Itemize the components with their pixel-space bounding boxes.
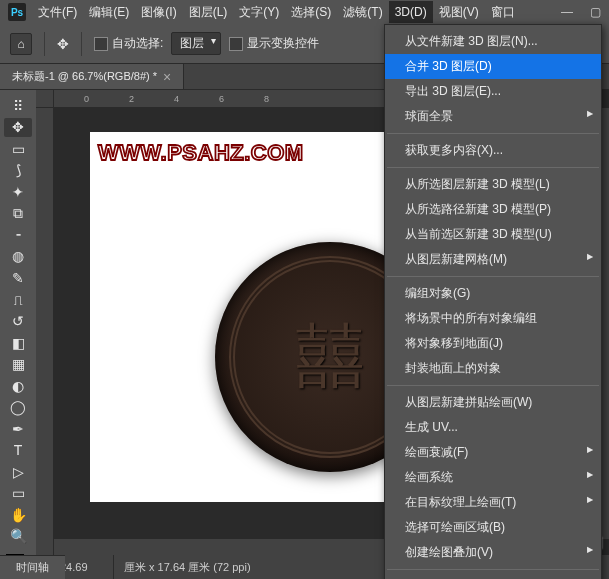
menu-item[interactable]: 从图层新建网格(M) xyxy=(385,247,601,272)
minimize-icon[interactable]: — xyxy=(553,0,581,24)
menu-layer[interactable]: 图层(L) xyxy=(183,0,234,25)
menu-3d[interactable]: 3D(D) xyxy=(389,1,433,23)
window-controls: — ▢ xyxy=(553,0,609,24)
show-transform-label: 显示变换控件 xyxy=(247,35,319,52)
menu-edit[interactable]: 编辑(E) xyxy=(83,0,135,25)
checkbox-icon[interactable] xyxy=(94,37,108,51)
canvas-watermark-text: WWW.PSAHZ.COM xyxy=(98,140,304,166)
divider xyxy=(81,32,82,56)
timeline-panel-tab[interactable]: 时间轴 xyxy=(0,555,65,579)
menu-separator xyxy=(387,569,599,570)
menu-item[interactable]: 导出 3D 图层(E)... xyxy=(385,79,601,104)
auto-select-label: 自动选择: xyxy=(112,35,163,52)
menu-item[interactable]: 选择可绘画区域(B) xyxy=(385,515,601,540)
zoom-tool[interactable]: 🔍 xyxy=(4,527,32,547)
grip-icon[interactable]: ⠿ xyxy=(4,96,32,116)
menu-item[interactable]: 球面全景 xyxy=(385,104,601,129)
menu-separator xyxy=(387,385,599,386)
document-canvas[interactable]: WWW.PSAHZ.COM xyxy=(90,132,385,502)
close-icon[interactable]: × xyxy=(163,69,171,85)
show-transform-checkbox[interactable]: 显示变换控件 xyxy=(229,35,319,52)
ruler-mark: 8 xyxy=(264,94,269,104)
menu-item[interactable]: 将场景中的所有对象编组 xyxy=(385,306,601,331)
blur-tool[interactable]: ◐ xyxy=(4,376,32,396)
move-tool-icon: ✥ xyxy=(57,36,69,52)
menu-item[interactable]: 从所选路径新建 3D 模型(P) xyxy=(385,197,601,222)
menu-item[interactable]: 从图层新建拼贴绘画(W) xyxy=(385,390,601,415)
home-icon[interactable]: ⌂ xyxy=(10,33,32,55)
pen-tool[interactable]: ✒ xyxy=(4,419,32,439)
menu-item[interactable]: 获取更多内容(X)... xyxy=(385,138,601,163)
shape-tool[interactable]: ▭ xyxy=(4,484,32,504)
brush-tool[interactable]: ✎ xyxy=(4,268,32,288)
document-tab[interactable]: 未标题-1 @ 66.7%(RGB/8#) * × xyxy=(0,64,184,89)
menu-item[interactable]: 编组对象(G) xyxy=(385,281,601,306)
menu-separator xyxy=(387,276,599,277)
menu-separator xyxy=(387,167,599,168)
menu-type[interactable]: 文字(Y) xyxy=(233,0,285,25)
stamp-tool[interactable]: ⎍ xyxy=(4,290,32,310)
menu-view[interactable]: 视图(V) xyxy=(433,0,485,25)
text-tool[interactable]: T xyxy=(4,441,32,461)
crop-tool[interactable]: ⧉ xyxy=(4,204,32,224)
menu-image[interactable]: 图像(I) xyxy=(135,0,182,25)
ruler-mark: 0 xyxy=(84,94,89,104)
divider xyxy=(44,32,45,56)
hand-tool[interactable]: ✋ xyxy=(4,505,32,525)
history-brush-tool[interactable]: ↺ xyxy=(4,311,32,331)
ruler-mark: 4 xyxy=(174,94,179,104)
ruler-corner xyxy=(36,90,54,108)
ruler-mark: 6 xyxy=(219,94,224,104)
menu-file[interactable]: 文件(F) xyxy=(32,0,83,25)
menubar: Ps 文件(F) 编辑(E) 图像(I) 图层(L) 文字(Y) 选择(S) 滤… xyxy=(0,0,609,24)
ruler-mark: 2 xyxy=(129,94,134,104)
menu-3d-dropdown: 从文件新建 3D 图层(N)...合并 3D 图层(D)导出 3D 图层(E).… xyxy=(384,24,602,579)
checkbox-icon[interactable] xyxy=(229,37,243,51)
menu-item[interactable]: 生成 UV... xyxy=(385,415,601,440)
heal-tool[interactable]: ◍ xyxy=(4,247,32,267)
menu-item[interactable]: 从所选图层新建 3D 模型(L) xyxy=(385,172,601,197)
menu-item[interactable]: 绘画系统 xyxy=(385,465,601,490)
document-info: 厘米 x 17.64 厘米 (72 ppi) xyxy=(114,560,261,575)
menu-item[interactable]: 将对象移到地面(J) xyxy=(385,331,601,356)
app-logo-icon: Ps xyxy=(8,3,26,21)
gradient-tool[interactable]: ▦ xyxy=(4,354,32,374)
menu-item[interactable]: 合并 3D 图层(D) xyxy=(385,54,601,79)
menu-separator xyxy=(387,133,599,134)
menu-item[interactable]: 封装地面上的对象 xyxy=(385,356,601,381)
menu-item[interactable]: 创建绘图叠加(V) xyxy=(385,540,601,565)
menu-item[interactable]: 从当前选区新建 3D 模型(U) xyxy=(385,222,601,247)
menu-item[interactable]: 在目标纹理上绘画(T) xyxy=(385,490,601,515)
layer-dropdown[interactable]: 图层 xyxy=(171,32,221,55)
dodge-tool[interactable]: ◯ xyxy=(4,397,32,417)
menu-item[interactable]: 绘画衰减(F) xyxy=(385,440,601,465)
path-tool[interactable]: ▷ xyxy=(4,462,32,482)
eyedropper-tool[interactable]: ⁃ xyxy=(4,225,32,245)
menu-item[interactable]: 从文件新建 3D 图层(N)... xyxy=(385,29,601,54)
document-tab-title: 未标题-1 @ 66.7%(RGB/8#) * xyxy=(12,69,157,84)
marquee-tool[interactable]: ▭ xyxy=(4,139,32,159)
maximize-icon[interactable]: ▢ xyxy=(581,0,609,24)
menu-item[interactable]: 拆分凸出(I) xyxy=(385,574,601,579)
eraser-tool[interactable]: ◧ xyxy=(4,333,32,353)
move-tool[interactable]: ✥ xyxy=(4,118,32,138)
ruler-vertical xyxy=(36,108,54,555)
menu-filter[interactable]: 滤镜(T) xyxy=(337,0,388,25)
wand-tool[interactable]: ✦ xyxy=(4,182,32,202)
lasso-tool[interactable]: ⟆ xyxy=(4,161,32,181)
menu-window[interactable]: 窗口 xyxy=(485,0,521,25)
tools-panel: ⠿ ✥ ▭ ⟆ ✦ ⧉ ⁃ ◍ ✎ ⎍ ↺ ◧ ▦ ◐ ◯ ✒ T ▷ ▭ ✋ … xyxy=(0,90,36,579)
menu-select[interactable]: 选择(S) xyxy=(285,0,337,25)
auto-select-checkbox[interactable]: 自动选择: xyxy=(94,35,163,52)
